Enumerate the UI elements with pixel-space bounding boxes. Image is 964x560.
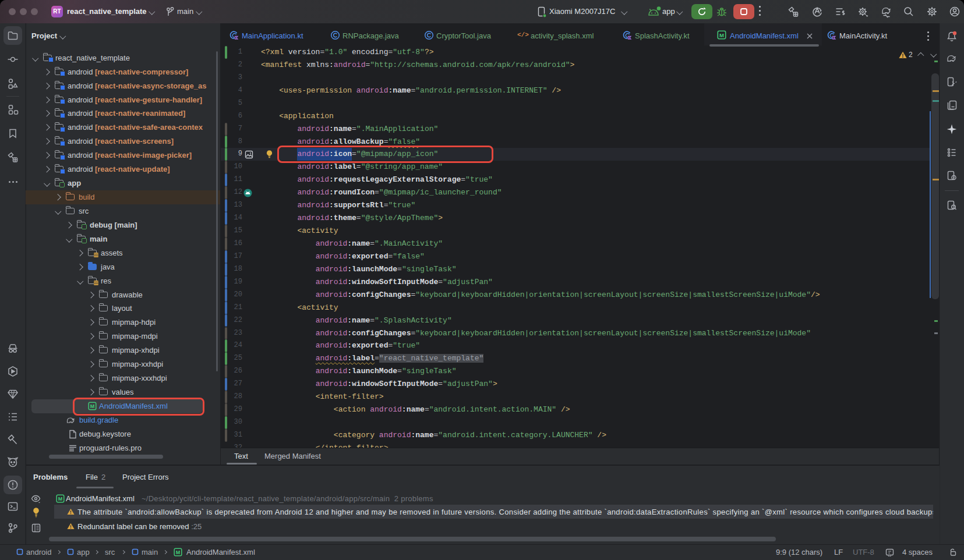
svg-text:M: M: [719, 32, 724, 38]
svg-text:M: M: [58, 496, 63, 502]
svg-text:M: M: [176, 550, 181, 555]
